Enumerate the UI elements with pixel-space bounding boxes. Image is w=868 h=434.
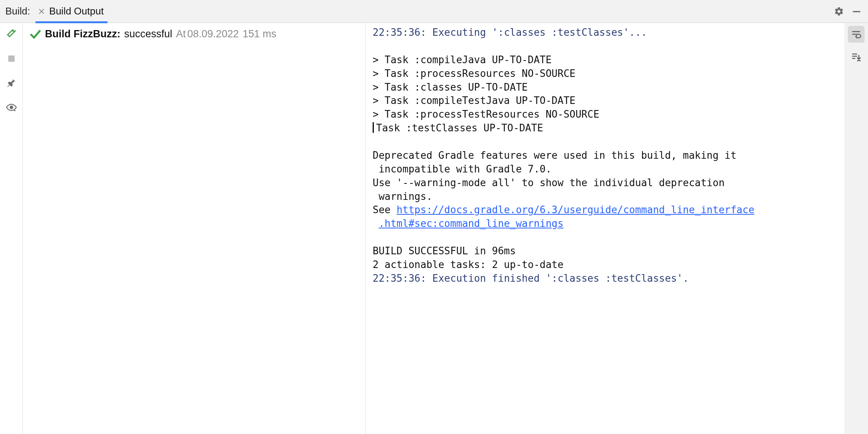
- console-actionable: 2 actionable tasks: 2 up-to-date: [373, 259, 564, 270]
- build-tree-panel[interactable]: Build FizzBuzz: successful At 08.09.2022…: [23, 23, 366, 434]
- close-tab-icon[interactable]: [38, 8, 45, 15]
- console-end-msg: Execution finished ':classes :testClasse…: [432, 273, 689, 284]
- stop-icon[interactable]: [4, 51, 19, 66]
- console-task-line: > Task :processResources NO-SOURCE: [373, 68, 575, 79]
- build-duration: 151 ms: [243, 28, 277, 40]
- console-task-line: > Task :processTestResources NO-SOURCE: [373, 108, 599, 120]
- svg-rect-1: [8, 56, 14, 62]
- scroll-to-end-icon[interactable]: [848, 49, 865, 65]
- toolwindow-title: Build:: [5, 5, 35, 17]
- svg-point-2: [10, 106, 13, 109]
- toolwindow-body: Build FizzBuzz: successful At 08.09.2022…: [0, 23, 868, 434]
- console-task-line: > Task :classes UP-TO-DATE: [373, 81, 528, 93]
- console-task-line: > Task :compileJava UP-TO-DATE: [373, 54, 552, 65]
- console-text: incompatible with Gradle 7.0.: [379, 163, 552, 175]
- build-console[interactable]: 22:35:36: Executing ':classes :testClass…: [366, 23, 844, 434]
- console-text: Use '--warning-mode all' to show the ind…: [373, 177, 725, 188]
- console-task-line: Task :testClasses UP-TO-DATE: [376, 122, 543, 134]
- build-status: successful: [124, 28, 172, 40]
- tab-build-output[interactable]: Build Output: [35, 0, 107, 23]
- success-icon: [30, 29, 41, 40]
- console-task-line: > Task :compileTestJava UP-TO-DATE: [373, 95, 575, 106]
- tab-label: Build Output: [49, 5, 104, 17]
- soft-wrap-icon[interactable]: [848, 26, 865, 43]
- build-date: 08.09.2022: [187, 28, 239, 40]
- right-toolbar: [844, 23, 868, 434]
- svg-rect-0: [853, 11, 860, 12]
- console-end-ts: 22:35:36:: [373, 273, 426, 284]
- console-start-msg: Executing ':classes :testClasses'...: [432, 27, 647, 38]
- console-text: See: [373, 204, 397, 215]
- hide-icon[interactable]: [849, 4, 864, 19]
- pin-icon[interactable]: [4, 75, 19, 91]
- build-timestamp-prefix: At: [176, 28, 186, 40]
- console-link[interactable]: .html#sec:command_line_warnings: [379, 218, 564, 229]
- left-toolbar: [0, 23, 23, 434]
- build-tree-row[interactable]: Build FizzBuzz: successful At 08.09.2022…: [30, 27, 359, 41]
- console-text: Deprecated Gradle features were used in …: [373, 150, 737, 161]
- text-caret: [373, 122, 374, 133]
- console-text: warnings.: [379, 191, 432, 202]
- build-icon[interactable]: [4, 27, 19, 42]
- settings-icon[interactable]: [831, 4, 847, 19]
- console-start-ts: 22:35:36:: [373, 27, 426, 38]
- console-link[interactable]: https://docs.gradle.org/6.3/userguide/co…: [397, 204, 754, 215]
- build-title: Build FizzBuzz:: [45, 28, 120, 40]
- toolwindow-header: Build: Build Output: [0, 0, 868, 23]
- show-icon[interactable]: [4, 100, 19, 115]
- console-success: BUILD SUCCESSFUL in 96ms: [373, 245, 516, 257]
